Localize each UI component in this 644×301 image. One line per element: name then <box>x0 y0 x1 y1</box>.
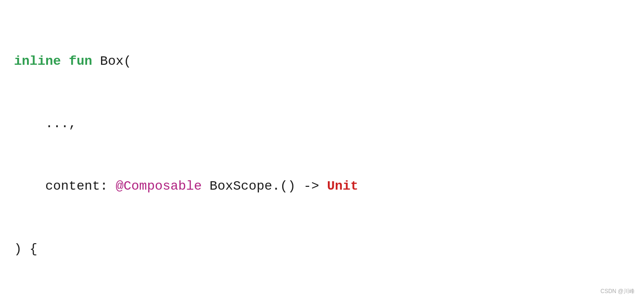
closing-paren-brace: ) { <box>14 242 37 256</box>
code-block: inline fun Box( ..., content: @Composabl… <box>14 9 630 301</box>
code-line-3: content: @Composable BoxScope.() -> Unit <box>14 176 630 197</box>
keyword-fun: fun <box>69 54 100 68</box>
return-type-unit: Unit <box>327 179 358 193</box>
keyword-inline: inline <box>14 54 69 68</box>
code-line-1: inline fun Box( <box>14 51 630 72</box>
content-param-label: content: <box>14 179 115 193</box>
watermark: CSDN @川峰 <box>600 287 635 295</box>
code-line-4: ) { <box>14 239 630 260</box>
boxscope-arrow: BoxScope.() -> <box>202 179 327 193</box>
code-container: inline fun Box( ..., content: @Composabl… <box>0 0 644 301</box>
func-name: Box( <box>100 54 131 68</box>
code-line-2: ..., <box>14 114 630 135</box>
ellipsis: ..., <box>14 116 76 131</box>
annotation-composable: @Composable <box>115 179 202 193</box>
